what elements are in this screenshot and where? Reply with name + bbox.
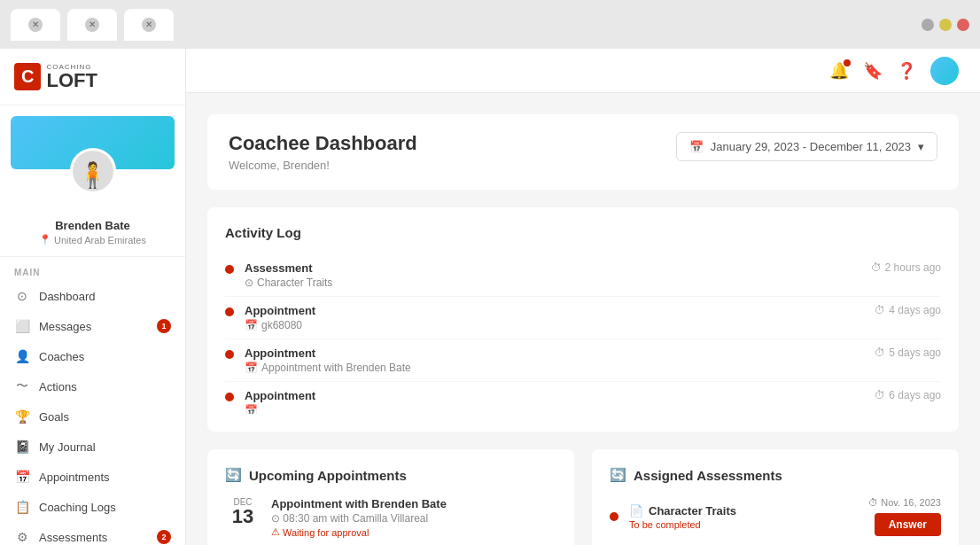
bookmarks-icon[interactable]: 🔖 [863,61,883,81]
activity-log-section: Activity Log Assessment ⊙ Character Trai… [207,207,959,432]
assessments-icon: ⚙ [14,529,30,545]
assess-date-icon: ⏱ [868,497,878,508]
close-btn-1[interactable]: ✕ [28,18,43,32]
avatar: 🧍 [70,148,116,194]
assess-date: ⏱ Nov. 16, 2023 [868,497,941,508]
avatar-image: 🧍 [77,160,108,190]
log-content: Assessment ⊙ Character Traits [245,261,860,289]
messages-icon: ⬜ [14,318,30,334]
appt-info: Appointment with Brenden Bate ⊙ 08:30 am… [271,497,556,538]
sidebar-item-label: Coaching Logs [39,501,116,514]
log-dot [225,308,234,316]
appt-name: Appointment with Brenden Bate [271,497,556,510]
journal-icon: 📓 [14,439,30,455]
logo-area: C COACHING LOFT [0,49,185,105]
appt-status: ⚠ Waiting for approval [271,526,556,538]
sidebar-item-coaches[interactable]: 👤 Coaches [0,341,185,371]
app-container: C COACHING LOFT 🧍 Brenden Bate 📍 United … [0,49,980,545]
sidebar-item-label: Goals [39,410,69,424]
log-sub-icon: 📅 [245,404,258,414]
actions-icon: 〜 [14,378,30,394]
log-sub-icon: ⊙ [245,276,253,289]
close-btn-2[interactable]: ✕ [85,18,99,32]
sidebar-item-appointments[interactable]: 📅 Appointments [0,462,185,492]
sidebar-item-actions[interactable]: 〜 Actions [0,371,185,401]
clock-icon: ⏱ [875,346,885,359]
dashboard-header: Coachee Dashboard Welcome, Brenden! 📅 Ja… [207,114,959,190]
appt-date: Dec 13 [225,497,261,538]
assess-info: 📄 Character Traits To be completed [629,504,858,530]
browser-tab-3[interactable]: ✕ [124,9,174,41]
sidebar-item-label: Actions [39,380,77,393]
browser-chrome: ✕ ✕ ✕ [0,0,980,49]
assigned-assessments-title: 🔄 Assigned Assessments [610,467,941,483]
assess-status: To be completed [629,519,858,530]
chevron-down-icon: ▾ [918,140,924,153]
messages-badge: 1 [157,319,171,333]
assessment-item-0: 📄 Character Traits To be completed ⏱ Nov… [610,497,941,545]
clock-icon: ⏱ [875,389,885,401]
notifications-icon[interactable]: 🔔 [829,61,849,81]
log-time: ⏱ 6 days ago [875,389,941,401]
assess-right: ⏱ Nov. 16, 2023 Answer [868,497,941,536]
log-dot [225,265,234,274]
sidebar-item-label: Appointments [39,471,110,484]
user-avatar[interactable] [930,57,959,85]
date-range-label: January 29, 2023 - December 11, 2023 [711,140,911,153]
dashboard-title: Coachee Dashboard [229,132,417,155]
log-content: Appointment 📅 Appointment with Brenden B… [245,346,864,374]
close-btn-3[interactable]: ✕ [142,18,156,32]
assess-name: 📄 Character Traits [629,504,858,518]
appointments-icon: 📅 [14,469,30,485]
sidebar-item-label: Dashboard [39,290,96,303]
appt-detail: ⊙ 08:30 am with Camilla Villareal [271,512,556,525]
log-content: Appointment 📅 gk68080 [245,304,864,331]
activity-log-title: Activity Log [225,225,941,240]
sidebar-item-coaching-logs[interactable]: 📋 Coaching Logs [0,492,185,522]
appointments-panel-icon: 🔄 [225,467,242,483]
sidebar-item-journal[interactable]: 📓 My Journal [0,432,185,462]
log-sub: ⊙ Character Traits [245,276,860,289]
profile-name: Brenden Bate [11,219,175,232]
bottom-grid: 🔄 Upcoming Appointments Dec 13 Appointme… [207,449,959,545]
sidebar-item-messages[interactable]: ⬜ Messages 1 [0,311,185,341]
browser-dot-red [957,19,969,31]
log-content: Appointment 📅 [245,389,864,414]
assess-dot [610,512,618,521]
assessments-badge: 2 [157,530,171,544]
clock-icon: ⏱ [875,304,885,316]
location-icon: 📍 [39,234,51,245]
log-item-0: Assessment ⊙ Character Traits ⏱ 2 hours … [225,254,941,297]
browser-tab-1[interactable]: ✕ [11,9,60,41]
answer-button-0[interactable]: Answer [875,513,941,536]
notification-dot [844,59,851,66]
sidebar-section-label: MAIN [0,257,185,281]
logo-text: LOFT [46,69,97,91]
assessments-panel-icon: 🔄 [610,467,626,483]
upcoming-appointments-panel: 🔄 Upcoming Appointments Dec 13 Appointme… [207,449,574,545]
upcoming-appointments-title: 🔄 Upcoming Appointments [225,467,556,483]
browser-dot-yellow [939,19,952,31]
sidebar-item-label: Assessments [39,531,107,544]
log-type: Appointment [245,304,864,317]
sidebar-item-dashboard[interactable]: ⊙ Dashboard [0,281,185,311]
help-icon[interactable]: ❓ [897,61,916,81]
log-item-3: Appointment 📅 ⏱ 6 days ago [225,382,941,414]
dashboard-icon: ⊙ [14,288,30,304]
profile-location: 📍 United Arab Emirates [11,234,175,245]
log-dot [225,393,234,401]
log-type: Appointment [245,389,864,402]
sidebar: C COACHING LOFT 🧍 Brenden Bate 📍 United … [0,49,186,545]
sidebar-item-label: My Journal [39,440,96,454]
browser-tab-2[interactable]: ✕ [67,9,117,41]
sidebar-item-goals[interactable]: 🏆 Goals [0,401,185,432]
date-range-picker[interactable]: 📅 January 29, 2023 - December 11, 2023 ▾ [676,132,937,161]
log-sub: 📅 Appointment with Brenden Bate [245,362,864,374]
log-dot [225,350,234,359]
appointment-item-0: Dec 13 Appointment with Brenden Bate ⊙ 0… [225,497,556,538]
dashboard: Coachee Dashboard Welcome, Brenden! 📅 Ja… [186,93,980,545]
main-content: 🔔 🔖 ❓ Coachee Dashboard Welcome, Brenden… [186,49,980,545]
sidebar-item-assessments[interactable]: ⚙ Assessments 2 [0,522,185,545]
sidebar-item-label: Coaches [39,350,84,363]
logo-icon: C [14,63,41,90]
